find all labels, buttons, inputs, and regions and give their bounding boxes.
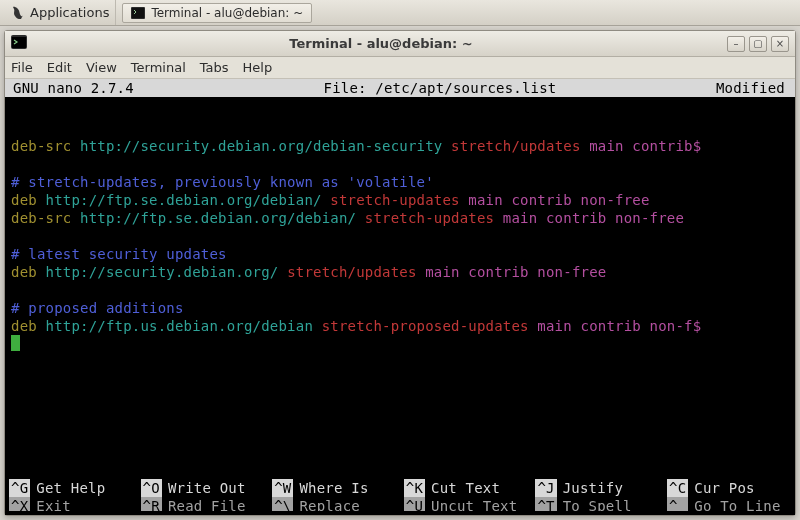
nano-status: Modified: [683, 79, 793, 97]
window-title: Terminal - alu@debian: ~: [35, 36, 727, 51]
taskbar: Applications Terminal - alu@debian: ~: [0, 0, 800, 26]
terminal-window: Terminal - alu@debian: ~ – ▢ × File Edit…: [4, 30, 796, 516]
minimize-button[interactable]: –: [727, 36, 745, 52]
editor-content[interactable]: deb-src http://security.debian.org/debia…: [5, 97, 795, 353]
comment-line: # latest security updates: [11, 246, 227, 262]
taskbar-task-label: Terminal - alu@debian: ~: [151, 6, 303, 20]
token-components: main contrib non-free: [494, 210, 684, 226]
shortcut: ^KCut Text: [400, 479, 532, 497]
menu-edit[interactable]: Edit: [47, 60, 72, 75]
token-components: main contrib non-free: [417, 264, 607, 280]
shortcut: ^RRead File: [137, 497, 269, 511]
shortcut-key: ^\: [272, 497, 293, 511]
token-url: http://ftp.se.debian.org/debian/: [71, 210, 356, 226]
terminal-area[interactable]: GNU nano 2.7.4 File: /etc/apt/sources.li…: [5, 79, 795, 515]
window-buttons: – ▢ ×: [727, 36, 789, 52]
svg-rect-3: [12, 37, 26, 48]
shortcut-key: ^J: [535, 479, 556, 497]
token-url: http://security.debian.org/debian-securi…: [71, 138, 442, 154]
token-components: main contrib non-f$: [529, 318, 702, 334]
comment-line: # stretch-updates, previously known as '…: [11, 174, 434, 190]
terminal-icon: [11, 35, 27, 52]
shortcut: ^\Replace: [268, 497, 400, 511]
token-type: deb: [11, 192, 37, 208]
shortcut-key: ^R: [141, 497, 162, 511]
shortcut: ^OWrite Out: [137, 479, 269, 497]
token-suite: stretch/updates: [279, 264, 417, 280]
token-url: http://security.debian.org/: [37, 264, 279, 280]
shortcut-label: To Spell: [563, 497, 632, 511]
shortcut: ^UUncut Text: [400, 497, 532, 511]
token-url: http://ftp.us.debian.org/debian: [37, 318, 313, 334]
shortcut: ^TTo Spell: [531, 497, 663, 511]
token-suite: stretch-updates: [322, 192, 460, 208]
shortcut-label: Get Help: [36, 479, 105, 497]
shortcut: ^JJustify: [531, 479, 663, 497]
text-cursor: [11, 335, 20, 351]
shortcut: ^XExit: [5, 497, 137, 511]
shortcut-label: Read File: [168, 497, 246, 511]
shortcut-label: Go To Line: [694, 497, 780, 511]
shortcut: ^_Go To Line: [663, 497, 795, 511]
token-type: deb-src: [11, 138, 71, 154]
shortcut-label: Replace: [299, 497, 359, 511]
shortcut-key: ^T: [535, 497, 556, 511]
nano-app-name: GNU nano 2.7.4: [7, 79, 197, 97]
shortcut-key: ^W: [272, 479, 293, 497]
svg-rect-1: [132, 8, 144, 18]
nano-header: GNU nano 2.7.4 File: /etc/apt/sources.li…: [5, 79, 795, 97]
nano-footer: ^GGet Help ^OWrite Out ^WWhere Is ^KCut …: [5, 479, 795, 515]
close-icon: ×: [776, 38, 784, 49]
shortcut: ^CCur Pos: [663, 479, 795, 497]
shortcut: ^GGet Help: [5, 479, 137, 497]
shortcut-key: ^X: [9, 497, 30, 511]
shortcut-label: Cur Pos: [694, 479, 754, 497]
token-components: main contrib non-free: [460, 192, 650, 208]
menubar: File Edit View Terminal Tabs Help: [5, 57, 795, 79]
shortcut-key: ^U: [404, 497, 425, 511]
menu-terminal[interactable]: Terminal: [131, 60, 186, 75]
shortcut-label: Exit: [36, 497, 71, 511]
shortcut-key: ^G: [9, 479, 30, 497]
shortcut-label: Where Is: [299, 479, 368, 497]
shortcut-label: Cut Text: [431, 479, 500, 497]
nano-file-label: File: /etc/apt/sources.list: [197, 79, 683, 97]
menu-file[interactable]: File: [11, 60, 33, 75]
shortcut: ^WWhere Is: [268, 479, 400, 497]
menu-help[interactable]: Help: [243, 60, 273, 75]
token-components: main contrib$: [581, 138, 702, 154]
applications-menu[interactable]: Applications: [4, 0, 116, 25]
token-suite: stretch/updates: [442, 138, 580, 154]
token-type: deb-src: [11, 210, 71, 226]
token-type: deb: [11, 318, 37, 334]
maximize-icon: ▢: [753, 38, 762, 49]
token-url: http://ftp.se.debian.org/debian/: [37, 192, 322, 208]
comment-line: # proposed additions: [11, 300, 184, 316]
terminal-icon: [131, 7, 145, 19]
minimize-icon: –: [734, 38, 739, 49]
titlebar[interactable]: Terminal - alu@debian: ~ – ▢ ×: [5, 31, 795, 57]
token-suite: stretch-proposed-updates: [313, 318, 529, 334]
shortcut-label: Write Out: [168, 479, 246, 497]
maximize-button[interactable]: ▢: [749, 36, 767, 52]
mouse-icon: [10, 5, 26, 21]
shortcut-key: ^K: [404, 479, 425, 497]
shortcut-label: Uncut Text: [431, 497, 517, 511]
close-button[interactable]: ×: [771, 36, 789, 52]
shortcut-key: ^O: [141, 479, 162, 497]
applications-label: Applications: [30, 5, 109, 20]
menu-view[interactable]: View: [86, 60, 117, 75]
menu-tabs[interactable]: Tabs: [200, 60, 229, 75]
shortcut-key: ^_: [667, 497, 688, 511]
shortcut-key: ^C: [667, 479, 688, 497]
token-type: deb: [11, 264, 37, 280]
shortcut-label: Justify: [563, 479, 623, 497]
token-suite: stretch-updates: [356, 210, 494, 226]
taskbar-task-terminal[interactable]: Terminal - alu@debian: ~: [122, 3, 312, 23]
